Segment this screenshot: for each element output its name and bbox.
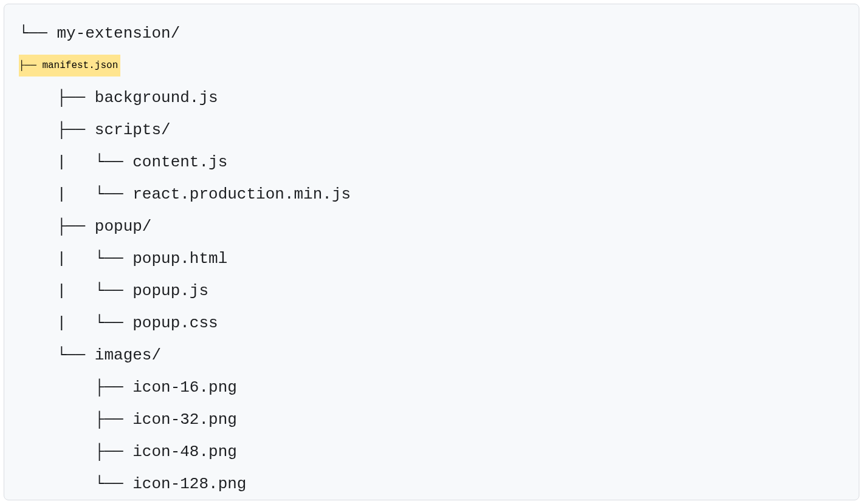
tree-line-6: ├── popup/ (19, 211, 844, 243)
tree-line-3: ├── scripts/ (19, 114, 844, 146)
tree-prefix: └── (19, 346, 95, 364)
tree-prefix: | └── (19, 314, 132, 332)
tree-entry: popup/ (95, 217, 152, 236)
tree-line-2: ├── background.js (19, 82, 844, 114)
tree-entry: my-extension/ (57, 24, 180, 43)
tree-prefix: ├── (19, 60, 42, 71)
tree-prefix: | └── (19, 153, 132, 171)
tree-prefix: ├── (19, 89, 95, 107)
tree-entry: icon-16.png (132, 378, 237, 397)
tree-prefix: ├── (19, 217, 95, 236)
tree-line-10: └── images/ (19, 339, 844, 372)
tree-entry: background.js (95, 89, 218, 107)
tree-prefix: | └── (19, 185, 132, 203)
tree-line-12: ├── icon-32.png (19, 404, 844, 436)
tree-prefix: | └── (19, 282, 132, 300)
tree-line-5: | └── react.production.min.js (19, 179, 844, 211)
tree-prefix: ├── (19, 410, 132, 429)
tree-entry: popup.html (132, 250, 227, 268)
highlighted-entry: ├── manifest.json (19, 55, 120, 77)
tree-prefix: ├── (19, 378, 132, 397)
tree-line-9: | └── popup.css (19, 307, 844, 339)
tree-line-4: | └── content.js (19, 146, 844, 179)
tree-entry: scripts/ (95, 121, 171, 139)
tree-prefix: └── (19, 24, 57, 43)
tree-entry: popup.css (132, 314, 218, 332)
tree-entry: images/ (95, 346, 161, 364)
tree-line-1: ├── manifest.json (19, 50, 844, 82)
tree-line-13: ├── icon-48.png (19, 436, 844, 468)
tree-entry: popup.js (132, 282, 208, 300)
tree-line-8: | └── popup.js (19, 275, 844, 307)
tree-prefix: | └── (19, 250, 132, 268)
tree-entry: content.js (132, 153, 227, 171)
tree-entry: react.production.min.js (132, 185, 351, 203)
tree-line-7: | └── popup.html (19, 243, 844, 275)
tree-prefix: ├── (19, 121, 95, 139)
tree-prefix: └── (19, 475, 132, 493)
tree-line-14: └── icon-128.png (19, 468, 844, 500)
tree-entry: icon-48.png (132, 443, 237, 461)
tree-entry: icon-32.png (132, 410, 237, 429)
tree-entry: icon-128.png (132, 475, 246, 493)
tree-line-11: ├── icon-16.png (19, 372, 844, 404)
tree-entry: manifest.json (42, 60, 118, 71)
directory-tree: └── my-extension/ ├── manifest.json ├── … (4, 4, 859, 500)
tree-line-0: └── my-extension/ (19, 18, 844, 50)
tree-prefix: ├── (19, 443, 132, 461)
